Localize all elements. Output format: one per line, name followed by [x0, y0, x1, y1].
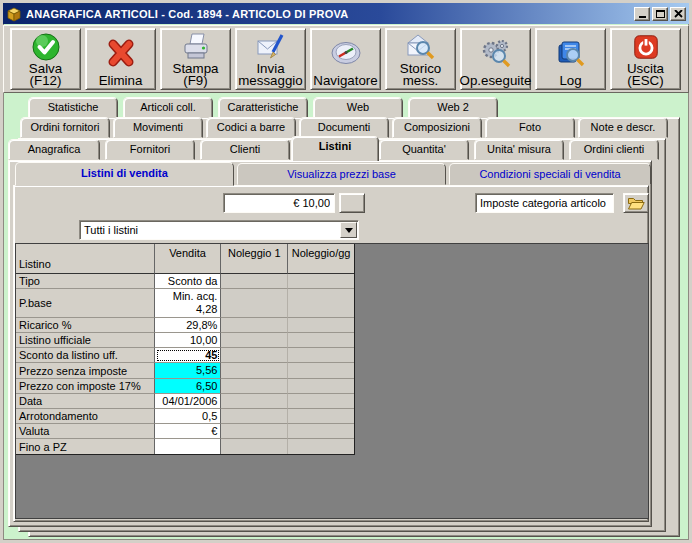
subtab-condizioni-speciali[interactable]: Condizioni speciali di vendita — [449, 163, 651, 185]
tab-fornitori[interactable]: Fornitori — [105, 139, 195, 160]
delete-x-icon — [105, 31, 137, 75]
subtab-visualizza-prezzi-base[interactable]: Visualizza prezzi base — [237, 163, 446, 185]
tab-movimenti[interactable]: Movimenti — [113, 117, 203, 138]
book-search-icon — [555, 31, 587, 75]
prezzo-listino-lookup-button[interactable] — [339, 193, 365, 213]
print-button[interactable]: Stampa (F9) — [160, 28, 231, 90]
send-message-button[interactable]: Invia messaggio — [235, 28, 306, 90]
grid-row-sconto: Sconto da listino uff. 45 — [16, 348, 354, 363]
vendita-cell[interactable]: 6,50 — [155, 379, 222, 394]
tab-listini[interactable]: Listini — [291, 136, 379, 161]
vendita-cell[interactable]: 29,8% — [155, 318, 222, 333]
vendita-cell[interactable]: 5,56 — [155, 363, 222, 379]
app-icon — [6, 6, 22, 22]
noleggio-gg-cell[interactable] — [288, 424, 354, 439]
tab-documenti[interactable]: Documenti — [299, 117, 389, 138]
tab-anagrafica[interactable]: Anagrafica — [8, 139, 100, 160]
grid-header-noleggio-gg: Noleggio/gg — [288, 244, 354, 274]
exit-button[interactable]: Uscita (ESC) — [610, 28, 681, 90]
minimize-icon — [639, 16, 646, 18]
save-check-icon — [30, 31, 62, 63]
imposte-input[interactable] — [475, 193, 614, 213]
noleggio-gg-cell[interactable] — [288, 348, 354, 363]
tab-clienti[interactable]: Clienti — [200, 139, 290, 160]
tab-codici-a-barre[interactable]: Codici a barre — [206, 117, 296, 138]
grid-row-data: Data 04/01/2006 — [16, 394, 354, 409]
tab-unita-misura[interactable]: Unita' misura — [474, 139, 564, 160]
listino-combobox-value: Tutti i listini — [80, 221, 340, 239]
tab-note-e-descr[interactable]: Note e descr. — [578, 117, 668, 138]
maximize-button[interactable] — [652, 7, 668, 21]
noleggio-gg-cell[interactable] — [288, 409, 354, 424]
tab-ordini-fornitori[interactable]: Ordini fornitori — [20, 117, 110, 138]
prezzo-listino-input[interactable] — [223, 193, 335, 213]
noleggio1-cell[interactable] — [221, 318, 288, 333]
vendita-cell[interactable] — [155, 439, 222, 454]
tab-foto[interactable]: Foto — [485, 117, 575, 138]
operations-executed-button[interactable]: Op.eseguite — [460, 28, 531, 90]
noleggio-gg-cell[interactable] — [288, 289, 354, 318]
grid-row-tipo: Tipo Sconto da — [16, 274, 354, 289]
save-button[interactable]: Salva (F12) — [10, 28, 81, 90]
vendita-cell-focused[interactable]: 45 — [155, 348, 222, 363]
noleggio1-cell[interactable] — [221, 394, 288, 409]
listini-page: Listini di vendita Visualizza prezzi bas… — [8, 160, 652, 527]
noleggio1-cell[interactable] — [221, 363, 288, 379]
noleggio1-cell[interactable] — [221, 379, 288, 394]
listino-combobox[interactable]: Tutti i listini — [79, 220, 359, 240]
tab-caratteristiche[interactable]: Caratteristiche — [218, 97, 308, 118]
tab-web-2[interactable]: Web 2 — [408, 97, 498, 118]
noleggio-gg-cell[interactable] — [288, 318, 354, 333]
combobox-dropdown-button[interactable] — [340, 222, 357, 238]
window-title: ANAGRAFICA ARTICOLI - Cod. 1894 - ARTICO… — [26, 8, 348, 20]
grid-row-prezzo-senza-imposte: Prezzo senza imposte 5,56 — [16, 363, 354, 379]
vendita-cell[interactable]: 04/01/2006 — [155, 394, 222, 409]
noleggio-gg-cell[interactable] — [288, 439, 354, 454]
grid-row-listino-ufficiale: Listino ufficiale 10,00 — [16, 333, 354, 348]
delete-button[interactable]: Elimina — [85, 28, 156, 90]
noleggio1-cell[interactable] — [221, 333, 288, 348]
titlebar[interactable]: ANAGRAFICA ARTICOLI - Cod. 1894 - ARTICO… — [3, 3, 689, 24]
noleggio1-cell[interactable] — [221, 274, 288, 289]
vendita-cell[interactable]: Sconto da — [155, 274, 222, 289]
navigator-button[interactable]: Navigatore — [310, 28, 381, 90]
grid-header-listino: Listino — [16, 244, 155, 274]
noleggio-gg-cell[interactable] — [288, 333, 354, 348]
grid-row-prezzo-con-imposte: Prezzo con imposte 17% 6,50 — [16, 379, 354, 394]
tab-quantita[interactable]: Quantita' — [379, 139, 469, 160]
grid-row-ricarico: Ricarico % 29,8% — [16, 318, 354, 333]
power-icon — [631, 31, 661, 63]
tab-ordini-clienti[interactable]: Ordini clienti — [569, 139, 659, 160]
noleggio1-cell[interactable] — [221, 409, 288, 424]
close-icon — [674, 10, 683, 18]
tab-statistiche[interactable]: Statistiche — [28, 97, 118, 118]
imposte-folder-button[interactable] — [623, 193, 649, 213]
minimize-button[interactable] — [634, 7, 650, 21]
tab-composizioni[interactable]: Composizioni — [392, 117, 482, 138]
noleggio1-cell[interactable] — [221, 289, 288, 318]
grid-row-valuta: Valuta € — [16, 424, 354, 439]
noleggio-gg-cell[interactable] — [288, 394, 354, 409]
noleggio-gg-cell[interactable] — [288, 274, 354, 289]
tab-web[interactable]: Web — [313, 97, 403, 118]
message-history-button[interactable]: Storico mess. — [385, 28, 456, 90]
open-folder-icon — [627, 196, 645, 211]
tab-articoli-coll[interactable]: Articoli coll. — [123, 97, 213, 118]
noleggio-gg-cell[interactable] — [288, 363, 354, 379]
vendita-cell[interactable]: € — [155, 424, 222, 439]
printer-icon — [180, 31, 212, 63]
noleggio1-cell[interactable] — [221, 439, 288, 454]
close-button[interactable] — [670, 7, 686, 21]
vendita-cell[interactable]: 0,5 — [155, 409, 222, 424]
gears-search-icon — [480, 31, 512, 75]
vendita-cell[interactable]: Min. acq. 4,28 — [155, 289, 222, 318]
subtab-listini-di-vendita[interactable]: Listini di vendita — [15, 162, 234, 186]
log-button[interactable]: Log — [535, 28, 606, 90]
noleggio-gg-cell[interactable] — [288, 379, 354, 394]
grid-header-noleggio1: Noleggio 1 — [221, 244, 288, 274]
noleggio1-cell[interactable] — [221, 424, 288, 439]
vendita-cell[interactable]: 10,00 — [155, 333, 222, 348]
grid-header-vendita: Vendita — [155, 244, 222, 274]
noleggio1-cell[interactable] — [221, 348, 288, 363]
grid-background: Listino Vendita Noleggio 1 Noleggio/gg T… — [15, 243, 649, 519]
